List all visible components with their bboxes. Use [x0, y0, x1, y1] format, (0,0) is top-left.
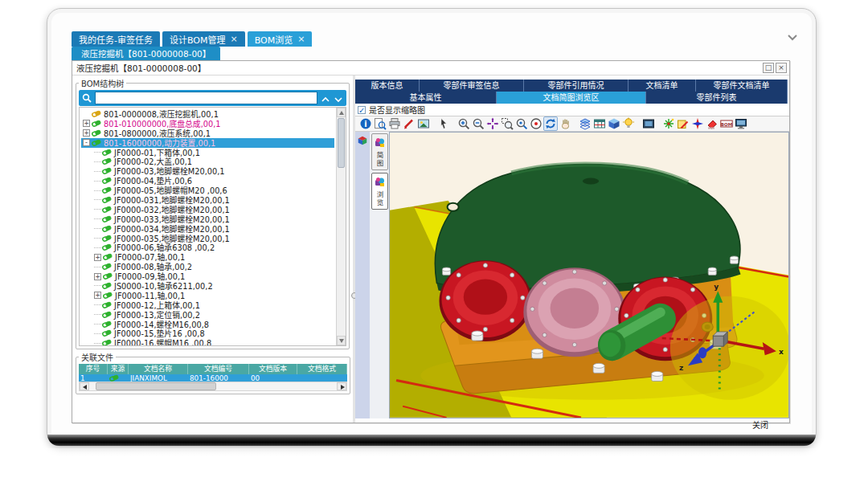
fit-window-icon[interactable] [485, 116, 500, 131]
layers-icon[interactable] [578, 116, 592, 131]
axis-compass-icon[interactable] [690, 116, 705, 131]
tree-scrollbar[interactable] [336, 108, 346, 345]
files-column-header[interactable]: 文档编号 [188, 364, 249, 374]
main-tab[interactable]: 设计BOM管理× [162, 31, 245, 47]
zoom-selected-icon[interactable] [514, 116, 529, 131]
zoom-area-icon[interactable] [500, 116, 514, 131]
search-icon[interactable] [79, 93, 95, 103]
files-column-header[interactable]: 文档版本 [249, 364, 297, 374]
tree-connector [94, 228, 101, 229]
viewer-side-tab[interactable]: 简图 [371, 133, 388, 170]
expand-icon[interactable]: + [83, 129, 90, 137]
thumbnail-checkbox[interactable]: ✓ [358, 106, 366, 114]
search-input[interactable] [95, 92, 317, 104]
collapse-icon[interactable]: - [83, 139, 90, 146]
related-files-group: 关联文件 序号来源文档名称文档编号文档版本文档格式 1JIANXIMOL801-… [76, 351, 350, 394]
part-link-green-icon [102, 320, 112, 329]
scrollbar-thumb[interactable] [338, 118, 345, 168]
file-row-cell [297, 374, 347, 382]
tree-item[interactable]: JF0000-16,螺帽M16 ,00,8 [81, 338, 334, 346]
tree-connector [94, 181, 101, 182]
tree-connector [94, 343, 101, 344]
collapse-chevron-icon[interactable] [787, 30, 798, 38]
scroll-up-icon[interactable] [337, 108, 346, 117]
maximize-button[interactable]: □ [763, 63, 774, 73]
part-link-green-icon [102, 167, 112, 175]
part-link-green-icon [103, 292, 113, 300]
find-doc-icon[interactable] [373, 116, 387, 131]
files-column-header[interactable]: 序号 [79, 364, 108, 374]
detail-tab[interactable]: 零部件文档清单 [696, 80, 788, 92]
files-column-header[interactable]: 文档名称 [129, 364, 188, 374]
search-next-icon[interactable] [334, 91, 342, 106]
pan-icon[interactable] [558, 116, 572, 131]
print-icon[interactable] [387, 116, 402, 131]
viewport-monitor-icon[interactable] [734, 116, 748, 131]
search-prev-icon[interactable] [321, 91, 330, 106]
part-link-green-icon [102, 235, 112, 243]
expand-icon[interactable]: + [94, 292, 101, 299]
expand-icon[interactable]: + [94, 273, 101, 280]
viewer-side-tab-label: 简图 [375, 152, 384, 167]
tree-connector [94, 171, 101, 172]
scroll-left-icon[interactable] [80, 382, 89, 390]
detail-tab[interactable]: 零部件审签信息 [420, 80, 524, 92]
svg-text:z: z [679, 364, 683, 372]
files-column-header[interactable]: 来源 [108, 364, 129, 374]
file-source-icon [108, 374, 129, 382]
part-link-green-icon [102, 329, 112, 337]
main-tab[interactable]: 我的任务-审签任务 [72, 31, 160, 47]
select-cursor-icon[interactable] [436, 116, 451, 131]
scrollbar-thumb[interactable] [96, 382, 216, 390]
part-link-green-icon [102, 215, 112, 223]
part-link-green-icon [102, 339, 112, 346]
viewer-side-strip [355, 132, 370, 418]
document-tab[interactable]: 液压挖掘机【801-0000008-00】 [72, 47, 220, 60]
part-link-green-icon [102, 157, 112, 165]
scroll-right-icon[interactable] [337, 382, 346, 390]
detail-tab[interactable]: 零部件列表 [646, 92, 788, 104]
part-link-green-icon [103, 253, 113, 261]
bom-icon[interactable]: BOM [719, 116, 734, 131]
tab-close-icon[interactable]: × [230, 35, 237, 43]
detail-tab[interactable]: 版本信息 [355, 80, 420, 92]
svg-text:i: i [364, 120, 366, 129]
file-row[interactable]: 1JIANXIMOL801-1600000 [79, 374, 347, 382]
files-column-header[interactable]: 文档格式 [297, 364, 347, 374]
annotate-icon[interactable] [402, 116, 416, 131]
detail-tab[interactable]: 文档清单 [628, 80, 696, 92]
expand-icon[interactable]: + [83, 120, 90, 127]
files-scrollbar[interactable] [79, 382, 347, 391]
light-icon[interactable] [621, 116, 636, 131]
tab-close-icon[interactable]: × [297, 35, 305, 43]
thumbnail-view-icon [375, 175, 385, 190]
close-link[interactable]: 关闭 [752, 418, 768, 431]
detail-tab[interactable]: 基本属性 [355, 92, 497, 104]
main-tab[interactable]: BOM浏览× [248, 31, 313, 47]
expand-icon[interactable]: + [94, 254, 101, 261]
model-cube-icon[interactable] [358, 133, 367, 418]
detail-tab[interactable]: 文档简图浏览区 [497, 92, 646, 104]
eraser-icon[interactable] [705, 116, 719, 131]
explode-icon[interactable] [661, 116, 676, 131]
tree-connector [94, 238, 101, 239]
zoom-out-icon[interactable] [471, 116, 485, 131]
zoom-in-icon[interactable] [457, 116, 471, 131]
markup-icon[interactable] [676, 116, 690, 131]
image-icon[interactable] [416, 116, 431, 131]
3d-viewport[interactable]: y x z [389, 132, 789, 418]
snapshot-icon[interactable] [641, 116, 656, 131]
scroll-down-icon[interactable] [337, 336, 346, 345]
close-button[interactable]: × [776, 63, 787, 73]
measure-icon[interactable] [592, 116, 607, 131]
viewer-side-tab[interactable]: 浏览 [371, 173, 388, 210]
info-icon[interactable]: i [358, 116, 373, 131]
material-icon[interactable] [607, 116, 621, 131]
tree-connector [94, 324, 101, 325]
detail-tab[interactable]: 零部件引用情况 [524, 80, 628, 92]
orbit-icon[interactable] [543, 116, 558, 131]
main-tab-label: 我的任务-审签任务 [79, 33, 153, 46]
rotate-center-icon[interactable] [529, 116, 543, 131]
bom-tree-group-label: BOM结构树 [79, 77, 126, 89]
part-link-green-icon [102, 282, 112, 290]
